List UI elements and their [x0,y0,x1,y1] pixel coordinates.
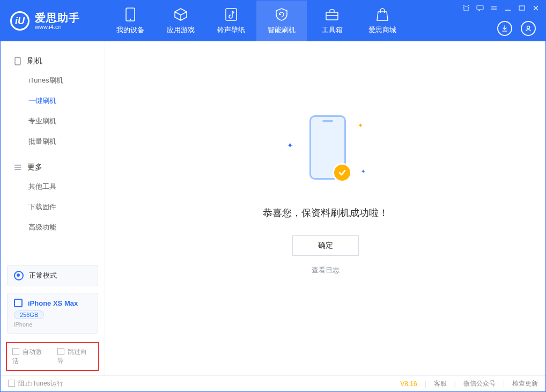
phone-mini-icon [14,299,23,307]
sidebar-group-label: 刷机 [27,56,42,66]
checkbox-icon [8,380,15,387]
cube-icon [174,7,188,22]
tab-label: 智能刷机 [268,25,296,35]
checkbox-auto-activate[interactable]: 自动激活 [12,347,48,366]
toolbox-icon [324,7,340,22]
tab-my-device[interactable]: 我的设备 [105,1,156,41]
app-logo-text: 爱思助手 www.i4.cn [35,12,80,30]
music-note-icon [225,7,238,22]
phone-illustration-icon [309,115,346,180]
user-icon[interactable] [521,21,536,36]
wechat-link[interactable]: 微信公众号 [463,379,496,388]
main-content: ✦ ✦ ✦ 恭喜您，保资料刷机成功啦！ 确定 查看日志 [105,41,545,375]
close-icon[interactable] [532,4,540,12]
sidebar-item-other-tools[interactable]: 其他工具 [1,176,105,197]
sidebar-group-label: 更多 [27,162,42,172]
success-message: 恭喜您，保资料刷机成功啦！ [263,206,388,219]
checkbox-block-itunes[interactable]: 阻止iTunes运行 [8,379,63,388]
tab-toolbox[interactable]: 工具箱 [307,1,357,41]
sparkle-icon: ✦ [358,122,363,129]
version-label: V8.16 [400,380,417,388]
phone-outline-icon [13,57,22,65]
minimize-icon[interactable] [504,4,512,12]
window-controls [462,4,540,12]
sparkle-icon: ✦ [287,141,293,150]
svg-rect-5 [477,5,483,10]
checkbox-icon [12,348,19,355]
customer-service-link[interactable]: 客服 [434,379,447,388]
svg-rect-2 [226,9,237,20]
maximize-icon[interactable] [518,4,526,12]
app-header: iU 爱思助手 www.i4.cn 我的设备 应用游戏 铃声壁纸 [1,1,545,41]
menu-icon[interactable] [490,4,498,12]
logo-section: iU 爱思助手 www.i4.cn [1,11,105,31]
check-update-link[interactable]: 检查更新 [512,379,538,388]
sparkle-icon: ✦ [361,168,365,174]
tab-ringtones[interactable]: 铃声壁纸 [206,1,256,41]
svg-rect-3 [326,12,338,20]
tab-label: 铃声壁纸 [217,25,245,35]
sidebar-group-flash: 刷机 [1,52,105,70]
app-name-en: www.i4.cn [35,24,80,30]
device-mode-card[interactable]: 正常模式 [7,265,98,286]
body: 刷机 iTunes刷机 一键刷机 专业刷机 批量刷机 更多 其他工具 下载固件 … [1,41,545,375]
sidebar-item-onekey-flash[interactable]: 一键刷机 [1,91,105,111]
separator: | [425,380,426,388]
device-name: iPhone XS Max [28,299,78,307]
checkbox-skip-guide[interactable]: 跳过向导 [57,347,93,366]
checkbox-icon [57,348,64,355]
svg-rect-10 [519,6,525,10]
tab-label: 应用游戏 [167,25,195,35]
tab-store[interactable]: 爱思商城 [357,1,408,41]
check-badge-icon [333,163,352,182]
sidebar-group-more: 更多 [1,158,105,176]
device-info-card[interactable]: iPhone XS Max 256GB iPhone [7,293,98,334]
sidebar-item-pro-flash[interactable]: 专业刷机 [1,111,105,131]
tab-label: 工具箱 [322,25,343,35]
checkbox-label: 阻止iTunes运行 [18,380,63,387]
success-illustration: ✦ ✦ ✦ [272,110,379,190]
tab-apps[interactable]: 应用游戏 [156,1,206,41]
ok-button[interactable]: 确定 [292,235,359,256]
device-type: iPhone [14,321,91,328]
svg-point-13 [527,26,530,29]
header-right-icons [497,21,536,36]
sidebar: 刷机 iTunes刷机 一键刷机 专业刷机 批量刷机 更多 其他工具 下载固件 … [1,41,105,375]
tab-flash[interactable]: 智能刷机 [256,1,307,41]
separator: | [503,380,505,388]
status-bar: 阻止iTunes运行 V8.16 | 客服 | 微信公众号 | 检查更新 [1,375,545,391]
app-logo-icon: iU [10,11,29,31]
list-icon [13,163,22,172]
feedback-icon[interactable] [476,4,484,12]
app-name-zh: 爱思助手 [35,12,80,23]
tab-label: 我的设备 [116,25,144,35]
refresh-shield-icon [275,7,289,22]
sidebar-item-batch-flash[interactable]: 批量刷机 [1,131,105,152]
sidebar-item-advanced[interactable]: 高级功能 [1,217,105,238]
highlighted-options: 自动激活 跳过向导 [6,342,99,371]
phone-icon [126,7,135,22]
shopping-bag-icon [376,7,389,22]
view-log-link[interactable]: 查看日志 [312,265,340,275]
sidebar-item-itunes-flash[interactable]: iTunes刷机 [1,70,105,91]
status-dot-icon [14,271,24,280]
device-mode-label: 正常模式 [29,271,57,280]
footer-left: 阻止iTunes运行 [8,379,63,388]
svg-rect-14 [15,57,20,65]
sidebar-item-firmware[interactable]: 下载固件 [1,197,105,217]
tab-label: 爱思商城 [368,25,396,35]
footer-right: V8.16 | 客服 | 微信公众号 | 检查更新 [400,379,538,388]
device-storage: 256GB [14,310,44,319]
separator: | [454,380,456,388]
download-icon[interactable] [497,21,512,36]
svg-point-1 [130,19,131,20]
device-name-row: iPhone XS Max [14,299,91,307]
skin-icon[interactable] [462,4,470,12]
nav-tabs: 我的设备 应用游戏 铃声壁纸 智能刷机 工具箱 [105,1,408,41]
